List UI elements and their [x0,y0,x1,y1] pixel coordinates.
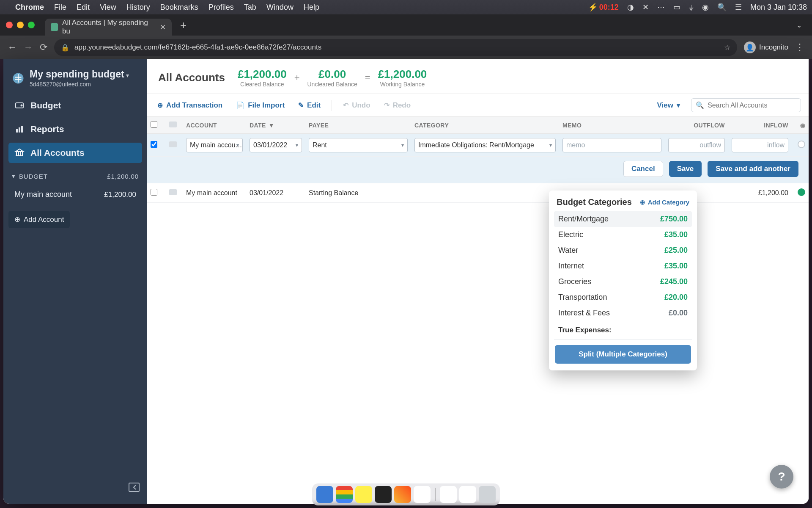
dock-app-finder[interactable] [316,486,333,503]
button-label: Add Transaction [166,101,222,110]
col-payee[interactable]: PAYEE [305,122,411,129]
add-category-button[interactable]: ⊕Add Category [640,199,689,206]
outflow-input[interactable] [668,138,725,152]
row-checkbox[interactable] [151,141,157,148]
new-tab-button[interactable]: + [176,19,191,32]
maximize-window-button[interactable] [28,22,35,28]
status-icon-2[interactable]: ✕ [642,3,649,12]
sidebar-account-row[interactable]: My main account £1,200.00 [8,186,142,203]
tabs-overflow-button[interactable]: ⌄ [792,21,806,29]
col-inflow[interactable]: INFLOW [728,122,792,129]
battery-icon[interactable]: ▭ [673,3,680,12]
edit-button[interactable]: ✎Edit [296,99,323,112]
save-button[interactable]: Save [669,161,702,177]
add-transaction-button[interactable]: ⊕Add Transaction [155,99,225,112]
view-dropdown[interactable]: View▾ [655,99,683,112]
reload-button[interactable]: ⟳ [40,42,47,53]
cancel-button[interactable]: Cancel [623,161,663,177]
menu-bookmarks[interactable]: Bookmarks [160,3,198,12]
dock-app-8[interactable] [459,486,476,503]
app-name[interactable]: Chrome [15,3,44,12]
category-option[interactable]: Water£25.00 [554,243,692,258]
menu-file[interactable]: File [54,3,66,12]
section-label: BUDGET [19,173,48,180]
date-input[interactable]: 03/01/2022 [250,138,302,152]
cleared-indicator[interactable] [798,188,805,196]
sidebar-section-budget[interactable]: ▾ BUDGET £1,200.00 [8,166,142,182]
redo-button[interactable]: ↷Redo [381,99,414,112]
memo-input[interactable] [562,138,661,152]
dock-app-terminal[interactable] [375,486,392,503]
col-memo[interactable]: MEMO [559,122,665,129]
category-select[interactable]: Immediate Obligations: Rent/Mortgage [414,138,556,152]
status-icon-3[interactable]: ⋯ [657,3,665,12]
search-field[interactable]: 🔍 [691,98,801,112]
flag-icon[interactable] [169,141,177,147]
nav-all-accounts[interactable]: All Accounts [8,143,142,163]
cleared-toggle[interactable] [798,141,805,148]
menu-profiles[interactable]: Profiles [208,3,234,12]
incognito-indicator[interactable]: 👤 Incognito [744,41,788,53]
wifi-icon[interactable]: ⏚ [689,3,694,12]
add-account-button[interactable]: ⊕ Add Account [8,211,70,228]
search-input[interactable] [708,102,796,109]
inflow-input[interactable] [732,138,788,152]
account-select[interactable]: My main accou… [186,138,243,152]
wallet-icon [14,100,25,110]
siri-icon[interactable]: ☰ [735,3,742,12]
select-all-checkbox[interactable] [151,121,157,128]
dock-app-chrome[interactable] [336,486,353,503]
undo-button[interactable]: ↶Undo [340,99,373,112]
forward-button[interactable]: → [24,42,33,53]
help-button[interactable]: ? [770,465,793,489]
spotlight-icon[interactable]: 🔍 [717,3,727,12]
menu-window[interactable]: Window [266,3,294,12]
menu-help[interactable]: Help [304,3,319,12]
split-categories-button[interactable]: Split (Multiple Categories) [555,345,691,364]
category-option[interactable]: Internet£35.00 [554,258,692,274]
dock-app-6[interactable] [414,486,431,503]
browser-tab[interactable]: All Accounts | My spending bu ✕ [45,19,172,36]
lock-icon: 🔒 [61,44,69,52]
col-date[interactable]: DATE▼ [246,122,305,129]
budget-switcher[interactable]: My spending budget▾ 5d485270@uifeed.com [8,67,142,92]
clock[interactable]: Mon 3 Jan 10:38 [750,3,807,12]
close-window-button[interactable] [6,22,13,28]
menu-edit[interactable]: Edit [77,3,90,12]
col-category[interactable]: CATEGORY [411,122,559,129]
back-button[interactable]: ← [8,42,17,53]
dock-app-7[interactable] [440,486,457,503]
control-center-icon[interactable]: ◉ [702,3,709,12]
bookmark-icon[interactable]: ☆ [724,43,730,52]
kebab-menu-button[interactable]: ⋮ [795,42,804,53]
window-controls [6,22,35,28]
category-option[interactable]: Transportation£20.00 [554,290,692,305]
minimize-window-button[interactable] [17,22,24,28]
col-outflow[interactable]: OUTFLOW [665,122,728,129]
status-icon-1[interactable]: ◑ [627,3,634,12]
battery-indicator[interactable]: ⚡00:12 [588,3,619,12]
flag-icon[interactable] [169,189,177,195]
menu-tab[interactable]: Tab [244,3,256,12]
dock-app-notes[interactable] [355,486,372,503]
menu-history[interactable]: History [126,3,150,12]
save-add-another-button[interactable]: Save and add another [708,161,798,177]
col-account[interactable]: ACCOUNT [183,122,246,129]
transaction-row[interactable]: My main account 03/01/2022 Starting Bala… [147,183,809,203]
close-tab-icon[interactable]: ✕ [160,23,166,32]
menu-view[interactable]: View [100,3,116,12]
address-bar[interactable]: 🔒 app.youneedabudget.com/fe67162b-e665-4… [54,39,737,56]
file-import-button[interactable]: 📄File Import [233,99,287,112]
category-option[interactable]: Electric£35.00 [554,227,692,243]
category-option[interactable]: Groceries£245.00 [554,274,692,290]
dock-app-5[interactable] [394,486,411,503]
nav-budget[interactable]: Budget [8,95,142,116]
nav-reports[interactable]: Reports [8,119,142,139]
row-checkbox[interactable] [151,189,157,196]
category-option[interactable]: Rent/Mortgage£750.00 [554,211,692,227]
transaction-grid: ACCOUNT DATE▼ PAYEE CATEGORY MEMO OUTFLO… [147,117,809,203]
category-option[interactable]: Interest & Fees£0.00 [554,305,692,321]
payee-input[interactable]: Rent [309,138,408,152]
collapse-sidebar-button[interactable] [126,480,142,496]
dock-trash[interactable] [479,486,496,503]
